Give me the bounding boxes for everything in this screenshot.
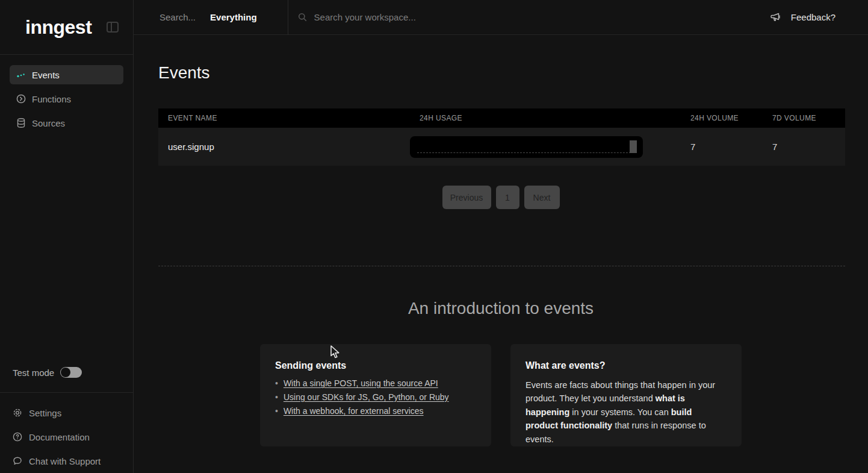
sidebar-item-settings[interactable]: Settings bbox=[0, 401, 133, 425]
search-scope-everything[interactable]: Everything bbox=[210, 12, 257, 22]
table-row[interactable]: user.signup 7 7 bbox=[158, 128, 845, 166]
intro-heading: An introduction to events bbox=[134, 299, 868, 318]
sidebar-item-label: Chat with Support bbox=[29, 456, 101, 466]
events-dots-icon bbox=[16, 70, 26, 80]
quick-search-label[interactable]: Search... bbox=[160, 12, 196, 22]
sidebar-header: inngest bbox=[0, 0, 133, 55]
sidebar-bottom: Test mode Settings bbox=[0, 360, 133, 473]
usage-cell bbox=[410, 136, 681, 158]
link-webhook[interactable]: With a webhook, for external services bbox=[284, 406, 424, 416]
test-mode-row: Test mode bbox=[0, 360, 133, 384]
card-title: Sending events bbox=[275, 360, 476, 371]
previous-page-button[interactable]: Previous bbox=[442, 186, 491, 209]
sidebar-item-documentation[interactable]: Documentation bbox=[0, 425, 133, 449]
link-sdks[interactable]: Using our SDKs for JS, Go, Python, or Ru… bbox=[284, 392, 449, 402]
link-source-api[interactable]: With a single POST, using the source API bbox=[284, 378, 438, 388]
col-event-name: EVENT NAME bbox=[158, 114, 410, 122]
sending-events-links: With a single POST, using the source API… bbox=[275, 378, 476, 416]
pagination: Previous 1 Next bbox=[134, 186, 868, 209]
sidebar-item-chat-support[interactable]: Chat with Support bbox=[0, 449, 133, 473]
sidebar-footer: Settings Documentation C bbox=[0, 392, 133, 473]
question-circle-icon bbox=[13, 432, 22, 442]
card-title: What are events? bbox=[525, 360, 727, 371]
inngest-logo: inngest bbox=[25, 16, 91, 39]
volume-24h-cell: 7 bbox=[681, 142, 763, 152]
dashed-divider bbox=[158, 266, 845, 266]
megaphone-icon[interactable] bbox=[770, 12, 781, 22]
sidebar-nav: Events Functions Sources bbox=[0, 55, 133, 133]
sidebar-item-label: Functions bbox=[32, 94, 71, 104]
what-are-events-card: What are events? Events are facts about … bbox=[510, 344, 742, 446]
table-header-row: EVENT NAME 24H USAGE 24H VOLUME 7D VOLUM… bbox=[158, 108, 845, 128]
sending-events-card: Sending events With a single POST, using… bbox=[260, 344, 491, 446]
gear-icon bbox=[13, 408, 22, 418]
chat-bubble-icon bbox=[13, 456, 22, 466]
sidebar-item-functions[interactable]: Functions bbox=[10, 89, 123, 108]
sidebar-item-label: Documentation bbox=[29, 432, 90, 442]
list-item: With a single POST, using the source API bbox=[275, 378, 476, 388]
sidebar-item-sources[interactable]: Sources bbox=[10, 113, 123, 133]
event-name-cell[interactable]: user.signup bbox=[158, 142, 410, 152]
volume-7d-cell: 7 bbox=[763, 142, 845, 152]
sidebar-item-label: Events bbox=[32, 70, 60, 80]
col-24h-volume: 24H VOLUME bbox=[681, 114, 763, 122]
search-icon bbox=[298, 13, 307, 22]
topbar-divider bbox=[288, 0, 288, 35]
sparkline-bars bbox=[417, 140, 637, 153]
events-table: EVENT NAME 24H USAGE 24H VOLUME 7D VOLUM… bbox=[158, 108, 845, 166]
card-paragraph: Events are facts about things that happe… bbox=[525, 378, 727, 446]
workspace-search-input[interactable] bbox=[314, 12, 567, 22]
database-icon bbox=[16, 118, 26, 128]
sidebar-item-label: Sources bbox=[32, 118, 65, 128]
intro-cards: Sending events With a single POST, using… bbox=[134, 344, 868, 446]
col-24h-usage: 24H USAGE bbox=[410, 114, 681, 122]
workspace-search bbox=[298, 12, 770, 22]
sidebar: inngest Events bbox=[0, 0, 134, 473]
circle-chevron-right-icon bbox=[16, 94, 26, 104]
test-mode-toggle[interactable] bbox=[60, 367, 82, 378]
toggle-knob bbox=[61, 368, 70, 377]
usage-sparkline bbox=[410, 136, 643, 158]
sidebar-collapse-icon[interactable] bbox=[107, 21, 120, 33]
list-item: With a webhook, for external services bbox=[275, 406, 476, 416]
feedback-link[interactable]: Feedback? bbox=[791, 12, 835, 22]
topbar-right: Feedback? bbox=[770, 12, 868, 22]
sidebar-item-label: Settings bbox=[29, 408, 61, 418]
test-mode-label: Test mode bbox=[13, 368, 54, 378]
main-content: Events EVENT NAME 24H USAGE 24H VOLUME 7… bbox=[134, 35, 868, 473]
sidebar-item-events[interactable]: Events bbox=[10, 65, 123, 84]
col-7d-volume: 7D VOLUME bbox=[763, 114, 845, 122]
topbar: Search... Everything Feedback? bbox=[134, 0, 868, 35]
list-item: Using our SDKs for JS, Go, Python, or Ru… bbox=[275, 392, 476, 402]
next-page-button[interactable]: Next bbox=[524, 186, 560, 209]
page-number-button[interactable]: 1 bbox=[496, 186, 519, 209]
page-title: Events bbox=[158, 63, 868, 83]
